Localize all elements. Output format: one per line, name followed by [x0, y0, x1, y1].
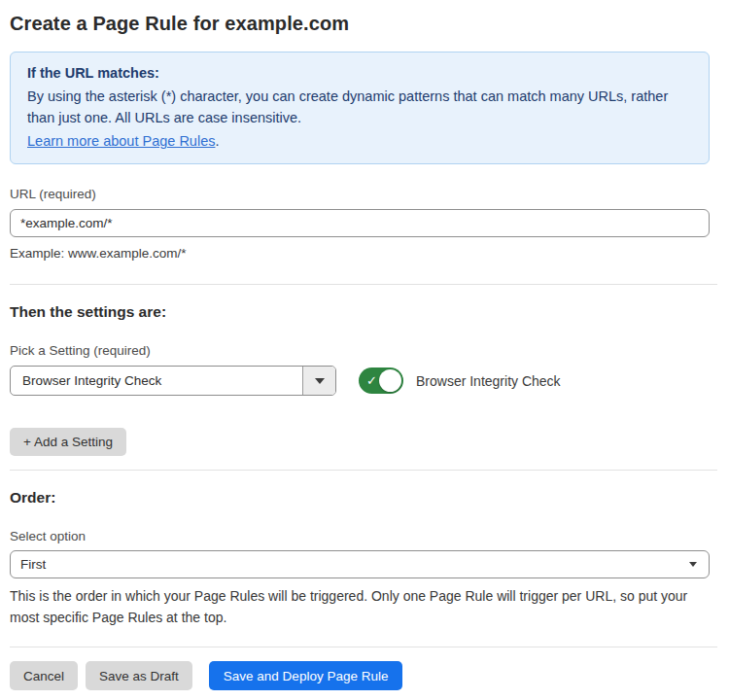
save-as-draft-button[interactable]: Save as Draft: [86, 661, 192, 690]
page-rule-form: Create a Page Rule for example.com If th…: [10, 13, 717, 690]
divider: [10, 470, 717, 471]
check-icon: ✓: [366, 373, 377, 388]
toggle-label: Browser Integrity Check: [416, 373, 561, 389]
info-box-body-text: By using the asterisk (*) character, you…: [27, 88, 668, 125]
setting-dropdown[interactable]: Browser Integrity Check: [10, 366, 336, 396]
order-select[interactable]: First: [10, 550, 710, 578]
order-select-value: First: [20, 557, 46, 572]
url-input[interactable]: [10, 209, 710, 237]
order-select-label: Select option: [10, 529, 717, 543]
divider: [10, 647, 717, 648]
toggle-knob: [379, 369, 401, 392]
cancel-button[interactable]: Cancel: [10, 661, 78, 690]
order-section-heading: Order:: [10, 489, 717, 507]
chevron-down-icon: [689, 562, 697, 567]
pick-setting-label: Pick a Setting (required): [10, 343, 717, 358]
link-suffix: .: [215, 133, 219, 149]
footer-actions: Cancel Save as Draft Save and Deploy Pag…: [10, 661, 717, 690]
browser-integrity-check-toggle[interactable]: ✓: [359, 368, 403, 394]
page-title: Create a Page Rule for example.com: [10, 13, 717, 35]
info-box-link-line: Learn more about Page Rules.: [27, 130, 692, 152]
order-help-text: This is the order in which your Page Rul…: [10, 585, 713, 628]
save-and-deploy-button[interactable]: Save and Deploy Page Rule: [209, 661, 403, 690]
url-example-hint: Example: www.example.com/*: [10, 246, 717, 261]
setting-dropdown-value: Browser Integrity Check: [11, 367, 302, 395]
setting-dropdown-arrow-button[interactable]: [302, 367, 335, 395]
info-box-heading: If the URL matches:: [27, 62, 692, 84]
info-box-body: By using the asterisk (*) character, you…: [27, 86, 692, 128]
setting-controls-row: Browser Integrity Check ✓ Browser Integr…: [10, 366, 717, 396]
url-match-info-box: If the URL matches: By using the asteris…: [10, 52, 710, 164]
divider: [10, 284, 717, 285]
chevron-down-icon: [315, 378, 325, 384]
url-label: URL (required): [10, 187, 717, 201]
add-setting-button[interactable]: + Add a Setting: [10, 428, 126, 456]
learn-more-link[interactable]: Learn more about Page Rules: [27, 133, 215, 149]
settings-section-heading: Then the settings are:: [10, 303, 717, 321]
